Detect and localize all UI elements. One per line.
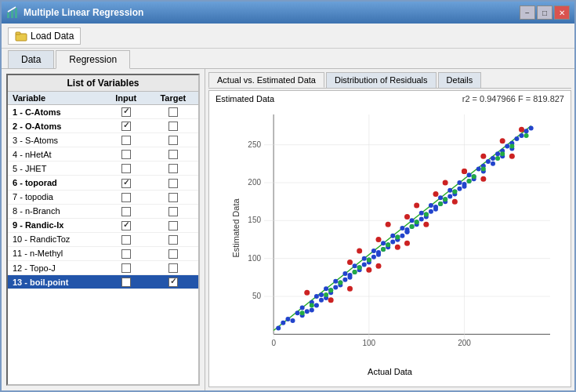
variable-name: 4 - nHetAt — [8, 147, 104, 162]
content-area: List of Variables Variable Input Target … — [2, 68, 574, 390]
chart-tabs: Actual vs. Estimated Data Distribution o… — [208, 72, 571, 89]
title-bar: Multiple Linear Regression − □ ✕ — [2, 2, 574, 24]
variable-name: 7 - topodia — [8, 190, 104, 204]
variable-name: 1 - C-Atoms — [8, 105, 104, 119]
target-checkbox[interactable] — [148, 261, 198, 275]
variable-name: 5 - JHET — [8, 162, 104, 176]
table-row: 9 - Randic-Ix — [8, 218, 198, 232]
window-title: Multiple Linear Regression — [24, 7, 143, 18]
col-input: Input — [104, 92, 148, 105]
chart-tab-actual-estimated[interactable]: Actual vs. Estimated Data — [208, 72, 324, 88]
main-window: Multiple Linear Regression − □ ✕ Load Da… — [0, 0, 576, 392]
scatter-chart — [233, 107, 562, 365]
chart-subtitle: Estimated Data — [216, 94, 274, 103]
tab-data[interactable]: Data — [8, 50, 54, 68]
toolbar: Load Data — [2, 24, 574, 49]
table-row: 11 - n-Methyl — [8, 246, 198, 260]
input-checkbox[interactable] — [104, 275, 148, 289]
target-checkbox[interactable] — [148, 218, 198, 232]
target-checkbox[interactable] — [148, 275, 198, 289]
input-checkbox[interactable] — [104, 119, 148, 133]
table-row: 7 - topodia — [8, 190, 198, 204]
input-checkbox[interactable] — [104, 246, 148, 260]
folder-icon — [15, 30, 27, 42]
title-bar-left: Multiple Linear Regression — [6, 6, 143, 19]
variable-name: 3 - S-Atoms — [8, 133, 104, 147]
variable-name: 10 - RandicToz — [8, 232, 104, 246]
svg-rect-1 — [11, 10, 13, 18]
chart-area: Estimated Data r2 = 0.947966 F = 819.827… — [208, 90, 571, 387]
title-buttons: − □ ✕ — [520, 5, 570, 20]
tabs-bar: Data Regression — [2, 49, 574, 68]
variables-list-title: List of Variables — [8, 75, 198, 92]
target-checkbox[interactable] — [148, 232, 198, 246]
input-checkbox[interactable] — [104, 147, 148, 162]
target-checkbox[interactable] — [148, 119, 198, 133]
load-data-button[interactable]: Load Data — [8, 27, 81, 45]
target-checkbox[interactable] — [148, 133, 198, 147]
table-row: 3 - S-Atoms — [8, 133, 198, 147]
variable-name: 8 - n-Branch — [8, 204, 104, 218]
col-variable: Variable — [8, 92, 104, 105]
chart-tab-residuals[interactable]: Distribution of Residuals — [326, 72, 437, 88]
svg-rect-0 — [7, 13, 9, 18]
app-icon — [6, 6, 19, 19]
table-row: 13 - boil.point — [8, 275, 198, 289]
load-data-label: Load Data — [31, 31, 74, 42]
col-target: Target — [148, 92, 198, 105]
input-checkbox[interactable] — [104, 105, 148, 119]
input-checkbox[interactable] — [104, 176, 148, 190]
input-checkbox[interactable] — [104, 218, 148, 232]
target-checkbox[interactable] — [148, 246, 198, 260]
variable-name: 13 - boil.point — [8, 275, 104, 289]
table-row: 4 - nHetAt — [8, 147, 198, 162]
left-panel: List of Variables Variable Input Target … — [2, 69, 205, 390]
input-checkbox[interactable] — [104, 133, 148, 147]
maximize-button[interactable]: □ — [537, 5, 552, 20]
target-checkbox[interactable] — [148, 204, 198, 218]
variable-name: 9 - Randic-Ix — [8, 218, 104, 232]
svg-rect-2 — [15, 8, 17, 18]
table-row: 10 - RandicToz — [8, 232, 198, 246]
input-checkbox[interactable] — [104, 204, 148, 218]
variable-name: 11 - n-Methyl — [8, 246, 104, 260]
chart-title-area: Estimated Data r2 = 0.947966 F = 819.827 — [209, 91, 571, 107]
table-row: 1 - C-Atoms — [8, 105, 198, 119]
x-axis-label: Actual Data — [209, 365, 571, 378]
table-row: 5 - JHET — [8, 162, 198, 176]
variable-name: 12 - Topo-J — [8, 261, 104, 275]
table-row: 2 - O-Atoms — [8, 119, 198, 133]
target-checkbox[interactable] — [148, 190, 198, 204]
table-row: 8 - n-Branch — [8, 204, 198, 218]
variables-list-box: List of Variables Variable Input Target … — [6, 74, 200, 386]
input-checkbox[interactable] — [104, 261, 148, 275]
right-panel: Actual vs. Estimated Data Distribution o… — [205, 69, 574, 390]
tab-regression[interactable]: Regression — [56, 50, 130, 69]
variable-name: 2 - O-Atoms — [8, 119, 104, 133]
variables-table: Variable Input Target 1 - C-Atoms2 - O-A… — [8, 92, 198, 289]
input-checkbox[interactable] — [104, 190, 148, 204]
input-checkbox[interactable] — [104, 162, 148, 176]
svg-rect-4 — [16, 32, 20, 34]
target-checkbox[interactable] — [148, 176, 198, 190]
close-button[interactable]: ✕ — [554, 5, 570, 20]
r2-label: r2 = 0.947966 F = 819.827 — [462, 94, 564, 103]
variable-name: 6 - toporad — [8, 176, 104, 190]
table-row: 6 - toporad — [8, 176, 198, 190]
target-checkbox[interactable] — [148, 162, 198, 176]
chart-tab-details[interactable]: Details — [438, 72, 482, 88]
target-checkbox[interactable] — [148, 147, 198, 162]
input-checkbox[interactable] — [104, 232, 148, 246]
target-checkbox[interactable] — [148, 105, 198, 119]
minimize-button[interactable]: − — [520, 5, 535, 20]
table-row: 12 - Topo-J — [8, 261, 198, 275]
